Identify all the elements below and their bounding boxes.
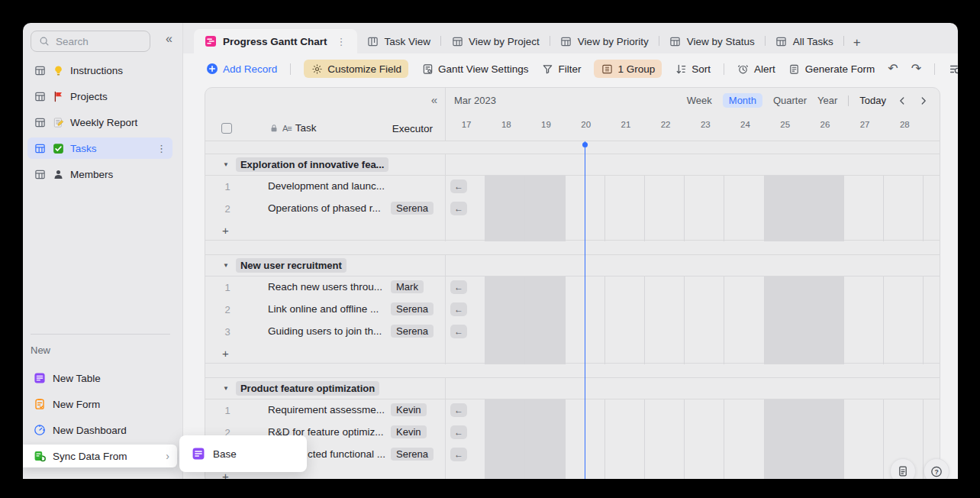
tab-view-by-project[interactable]: View by Project (441, 29, 550, 53)
toolbar-button-label: Filter (558, 63, 581, 75)
tab-all-tasks[interactable]: All Tasks (766, 29, 843, 53)
add-row[interactable]: + (205, 466, 940, 479)
group-collapse-icon[interactable]: ▼ (223, 161, 229, 168)
executor-column-header[interactable]: Executor (392, 123, 433, 134)
chevron-right-icon[interactable] (918, 95, 929, 106)
zoom-year[interactable]: Year (817, 95, 837, 106)
task-row[interactable]: 3Guiding users to join th...Serena← (205, 321, 940, 343)
item-more-icon[interactable]: ⋮ (156, 143, 166, 154)
doc-fab-button[interactable] (890, 458, 916, 479)
undo-icon[interactable]: ↶ (888, 63, 898, 75)
task-cell[interactable]: Link online and offline ... (268, 303, 379, 315)
date-tick: 18 (486, 120, 526, 129)
toolbar: Add Record Customize FieldGantt View Set… (183, 53, 958, 84)
tab-view-by-status[interactable]: View by Status (659, 29, 765, 53)
tab-more-icon[interactable]: ⋮ (337, 36, 347, 47)
task-cell[interactable]: Development and launc... (268, 180, 385, 192)
task-cell[interactable]: Operations of phased r... (268, 202, 381, 214)
executor-badge[interactable]: Kevin (391, 425, 427, 438)
content-area: Add Record Customize FieldGantt View Set… (183, 53, 958, 479)
submenu-item-base[interactable]: Base (187, 442, 299, 465)
new-table-button[interactable]: New Table (23, 367, 172, 390)
chevron-left-icon[interactable] (897, 95, 907, 106)
executor-badge[interactable]: Kevin (391, 403, 427, 416)
new-form-button[interactable]: New Form (23, 393, 172, 416)
task-cell[interactable]: Reach new users throu... (268, 281, 382, 293)
scroll-to-bar-arrow[interactable]: ← (450, 425, 467, 439)
add-row[interactable]: + (205, 343, 940, 364)
add-record-button[interactable]: Add Record (206, 63, 277, 75)
select-all-checkbox[interactable] (221, 123, 232, 134)
submenu-item-label: Base (213, 448, 237, 460)
zoom-quarter[interactable]: Quarter (773, 95, 807, 106)
task-cell[interactable]: Requirement assessme... (268, 404, 385, 416)
toolbar-buttons: Customize FieldGantt View SettingsFilter… (290, 60, 875, 78)
task-row[interactable]: 1Reach new users throu...Mark← (205, 276, 940, 299)
task-row[interactable]: 2Operations of phased r...Serena← (205, 198, 940, 220)
scroll-to-bar-arrow[interactable]: ← (450, 403, 467, 417)
group-name[interactable]: Exploration of innovative fea... (236, 157, 389, 172)
table-collapse-icon[interactable]: « (431, 94, 437, 105)
scroll-to-bar-arrow[interactable]: ← (450, 325, 467, 338)
task-row[interactable]: 2R&D for feature optimiz...Kevin← (205, 422, 940, 444)
executor-badge[interactable]: Mark (391, 280, 424, 293)
filter-button[interactable]: Filter (541, 63, 581, 75)
add-view-button[interactable]: + (844, 35, 870, 50)
task-column-header[interactable]: A≡ Task (269, 122, 317, 134)
group-collapse-icon[interactable]: ▼ (223, 262, 229, 269)
executor-badge[interactable]: Serena (391, 302, 434, 315)
scroll-to-bar-arrow[interactable]: ← (450, 202, 467, 215)
1-group-button[interactable]: 1 Group (594, 60, 662, 78)
task-cell[interactable]: cted functional ... (308, 448, 385, 460)
scroll-to-bar-arrow[interactable]: ← (450, 280, 467, 294)
memo-icon (52, 116, 64, 128)
sync-data-from-button[interactable]: Sync Data From› (23, 445, 177, 467)
sidebar-item-label: Members (70, 169, 113, 180)
task-row[interactable]: 1Development and launc...← (205, 176, 940, 198)
search-input[interactable]: Search (31, 31, 150, 52)
sidebar-item-tasks[interactable]: Tasks⋮ (27, 137, 172, 159)
task-group: ▼New user recruitment1Reach new users th… (205, 254, 940, 364)
generate-form-button[interactable]: Generate Form (788, 63, 875, 75)
scroll-to-bar-arrow[interactable]: ← (450, 448, 467, 461)
sidebar-item-instructions[interactable]: Instructions (27, 60, 172, 81)
app-window: Search « InstructionsProjectsWeekly Repo… (23, 23, 958, 479)
task-cell[interactable]: Guiding users to join th... (268, 325, 382, 337)
today-button[interactable]: Today (859, 95, 886, 106)
group-name[interactable]: New user recruitment (236, 258, 347, 273)
gantt-view-settings-button[interactable]: Gantt View Settings (421, 63, 528, 75)
zoom-week[interactable]: Week (687, 95, 712, 106)
group-name[interactable]: Product feature optimization (236, 381, 379, 396)
date-tick: 28 (885, 120, 924, 129)
scroll-to-bar-arrow[interactable]: ← (450, 302, 467, 316)
doc-icon (897, 465, 909, 477)
table-header: « A≡ Task Executor (205, 88, 446, 141)
help-fab-button[interactable]: ? (924, 458, 949, 479)
executor-badge[interactable]: Serena (391, 448, 434, 461)
executor-badge[interactable]: Serena (391, 202, 434, 215)
zoom-month[interactable]: Month (723, 93, 762, 108)
toolbar-button-label: Alert (754, 63, 775, 75)
customize-field-button[interactable]: Customize Field (304, 60, 408, 78)
tab-task-view[interactable]: Task View (357, 29, 441, 53)
sidebar-item-projects[interactable]: Projects (27, 86, 172, 107)
group-collapse-icon[interactable]: ▼ (223, 385, 229, 392)
search-records-icon[interactable] (948, 62, 958, 76)
add-row[interactable]: + (205, 220, 940, 241)
sort-button[interactable]: Sort (675, 63, 711, 75)
task-row[interactable]: cted functional ...Serena← (205, 444, 940, 466)
sidebar-item-members[interactable]: Members (27, 163, 172, 185)
redo-icon[interactable]: ↷ (911, 63, 921, 75)
sidebar-collapse-icon[interactable]: « (166, 33, 172, 45)
tab-progress-gantt-chart[interactable]: Progress Gantt Chart ⋮ (194, 29, 357, 53)
executor-badge[interactable]: Serena (391, 325, 434, 338)
task-row[interactable]: 1Requirement assessme...Kevin← (205, 399, 940, 422)
new-dashboard-button[interactable]: New Dashboard (23, 419, 172, 441)
task-row[interactable]: 2Link online and offline ...Serena← (205, 299, 940, 321)
view-tabbar: Progress Gantt Chart ⋮ Task ViewView by … (183, 23, 958, 53)
toolbar-right: ↶ ↷ (888, 62, 958, 76)
tab-view-by-priority[interactable]: View by Priority (550, 29, 659, 53)
scroll-to-bar-arrow[interactable]: ← (450, 179, 467, 193)
alert-button[interactable]: Alert (737, 63, 775, 75)
sidebar-item-weekly-report[interactable]: Weekly Report (27, 112, 172, 133)
